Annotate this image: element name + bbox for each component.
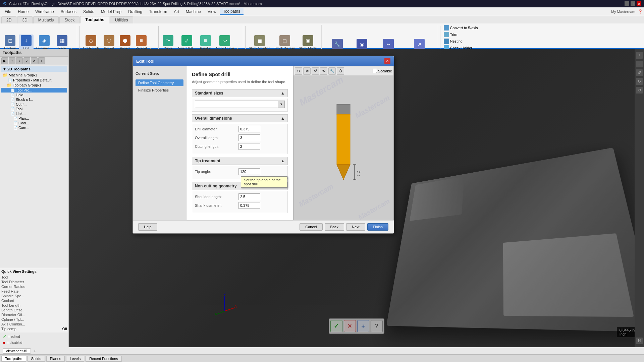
ribbon-btn-drill[interactable]: ↓ Drill	[19, 35, 34, 51]
maximize-button[interactable]: □	[631, 1, 635, 6]
2d-toolpaths-header[interactable]: ▼ 2D Toolpaths	[1, 66, 67, 72]
tree-item-stock[interactable]: 📄 Stock c f...	[1, 97, 67, 102]
viewport-3d[interactable]: Z Y X 0.8445 in Inch + − ↺ ↻ ⟲ H	[69, 49, 644, 347]
ribbon-btn-parallel[interactable]: ≡ Parallel	[134, 35, 149, 51]
ribbon-btn-project[interactable]: ⬢ Project	[118, 35, 132, 51]
tree-item-tool-pro[interactable]: 📄 Tool Pro...	[1, 88, 67, 93]
step-finalize[interactable]: Finalize Properties	[136, 87, 183, 94]
shoulder-length-input[interactable]	[238, 193, 260, 200]
tab-toolpaths-main[interactable]: Toolpaths	[80, 16, 109, 23]
tree-item-cam[interactable]: 📄 Cam...	[1, 125, 67, 130]
close-button[interactable]: ✕	[637, 1, 641, 6]
menu-home[interactable]: Home	[14, 9, 32, 15]
menu-art[interactable]: Art	[170, 9, 182, 15]
tab-multiaxis[interactable]: Multiaxis	[33, 16, 59, 23]
parallel-multi-icon: ≡	[200, 35, 211, 46]
menu-transform[interactable]: Transform	[146, 9, 170, 15]
menu-view[interactable]: View	[204, 9, 220, 15]
toolbar-btn-4[interactable]: ✓	[23, 57, 30, 64]
help-button[interactable]: Help	[138, 223, 157, 231]
main-layout: Toolpaths ▶ ↑ ↓ ✓ ✕ + ▼ 2D Toolpaths 📁 M…	[0, 49, 644, 347]
tab-3d[interactable]: 3D	[17, 16, 32, 23]
shank-diameter-input[interactable]	[238, 202, 260, 209]
ribbon-btn-stock-display[interactable]: ◻ Stock Display	[273, 35, 296, 51]
tab-recent[interactable]: Recent Functions	[86, 356, 122, 362]
tab-solids[interactable]: Solids	[28, 356, 45, 362]
ribbon-btn-stock-model[interactable]: ▣ Stock Model	[298, 35, 319, 51]
menu-solids[interactable]: Solids	[80, 9, 98, 15]
toolbar-btn-1[interactable]: ▶	[1, 57, 8, 64]
ribbon-btn-dynamic[interactable]: ◈ Dynamic...	[35, 35, 53, 51]
cutting-length-input[interactable]	[238, 143, 260, 150]
toolbar-btn-2[interactable]: ↑	[9, 57, 15, 64]
back-button[interactable]: Back	[325, 223, 344, 231]
viewsheet-tab[interactable]: Viewsheet #1	[3, 348, 31, 354]
standard-sizes-header[interactable]: Standard sizes ▲	[192, 89, 288, 97]
my-mastercam-link[interactable]: My Mastercam	[611, 10, 635, 14]
help-icon[interactable]: ❓	[638, 9, 643, 14]
tree-item-machine[interactable]: 📁 Machine Group-1	[1, 72, 67, 78]
toolbar-btn-5[interactable]: ✕	[31, 57, 38, 64]
tip-treatment-header[interactable]: Tip treatment ▲	[192, 157, 288, 165]
ribbon-btn-trim[interactable]: Trim	[442, 32, 479, 38]
ribbon-btn-stock-shading[interactable]: ◼ Stock Shading	[248, 35, 272, 51]
step-define-geometry[interactable]: Define Tool Geometry	[136, 79, 183, 86]
ribbon-btn-face[interactable]: ▦ Face	[55, 35, 69, 51]
menu-modelprep[interactable]: Model Prep	[98, 9, 125, 15]
tree-item-cut[interactable]: 📄 Cut f...	[1, 102, 67, 107]
tip-angle-input[interactable]	[238, 168, 260, 175]
scalable-checkbox[interactable]	[373, 69, 377, 73]
preview-btn-1[interactable]: ⊙	[295, 67, 302, 75]
ribbon-btn-nesting[interactable]: Nesting	[442, 38, 479, 44]
menu-file[interactable]: File	[1, 9, 14, 15]
menu-surfaces[interactable]: Surfaces	[57, 9, 80, 15]
tree-item-tool2[interactable]: 📄 Tool...	[1, 107, 67, 111]
overall-dimensions-header[interactable]: Overall dimensions ▲	[192, 114, 288, 122]
ribbon-btn-optirough[interactable]: ◇ OptiRough	[82, 35, 100, 51]
preview-btn-5[interactable]: 🔧	[328, 67, 336, 75]
preview-btn-3[interactable]: ↺	[312, 67, 319, 75]
overall-length-input[interactable]	[238, 134, 260, 141]
standard-sizes-dropdown-btn[interactable]: ▼	[278, 101, 285, 108]
cancel-button[interactable]: Cancel	[300, 223, 322, 231]
tab-utilities[interactable]: Utilities	[110, 16, 133, 23]
ribbon-btn-swarf[interactable]: ⤢ Swarf Mill...	[177, 35, 197, 51]
tab-2d[interactable]: 2D	[1, 16, 16, 23]
ribbon-btn-along-curve[interactable]: ⤻ Along Curve	[214, 35, 235, 51]
finish-button[interactable]: Finish	[367, 223, 388, 231]
minimize-button[interactable]: ─	[625, 1, 629, 6]
tree-item-plan[interactable]: 📄 Plan...	[1, 116, 67, 121]
standard-sizes-input[interactable]	[195, 101, 278, 108]
toolbar-btn-3[interactable]: ↓	[16, 57, 23, 64]
menu-machine[interactable]: Machine	[182, 9, 204, 15]
tree-item-cool[interactable]: 📄 Cool...	[1, 121, 67, 125]
preview-btn-4[interactable]: ⟲	[320, 67, 327, 75]
ribbon-btn-pocket[interactable]: ⬡ Pocket	[102, 35, 116, 51]
ribbon-btn-parallel-multi[interactable]: ≡ Parallel	[198, 35, 213, 51]
tree-item-properties[interactable]: 📄 Properties - Mill Default	[1, 78, 67, 82]
tree-item-hold[interactable]: 📄 Hold...	[1, 93, 67, 97]
menu-drafting[interactable]: Drafting	[125, 9, 146, 15]
drill-diameter-input[interactable]	[238, 126, 260, 132]
ribbon-btn-5axis[interactable]: Convert to 5-axis	[442, 25, 479, 31]
menu-toolpaths[interactable]: Toolpaths	[220, 8, 244, 15]
preview-btn-2[interactable]: ⊠	[303, 67, 311, 75]
viewsheet-add[interactable]: +	[34, 348, 36, 354]
menu-wireframe[interactable]: Wireframe	[32, 9, 57, 15]
dialog-close-button[interactable]: ✕	[384, 58, 390, 64]
tab-levels[interactable]: Levels	[66, 356, 84, 362]
tree-item-link[interactable]: 📄 Link...	[1, 111, 67, 116]
dialog-title: Edit Tool	[136, 59, 155, 64]
drill-diameter-row: Drill diameter:	[195, 126, 285, 132]
non-cutting-header[interactable]: Non-cutting geometry ▲	[192, 182, 288, 190]
next-button[interactable]: Next	[346, 223, 365, 231]
preview-btn-6[interactable]: ⬡	[337, 67, 344, 75]
curve-icon: 〜	[163, 35, 173, 46]
tree-item-toolpath-group[interactable]: 📁 Toolpath Group-1	[1, 82, 67, 88]
tab-planes[interactable]: Planes	[46, 356, 65, 362]
ribbon-btn-contour[interactable]: ⊡ Contour	[3, 35, 17, 51]
ribbon-btn-curve[interactable]: 〜 Curve	[161, 35, 175, 51]
tab-stock[interactable]: Stock	[59, 16, 79, 23]
toolbar-btn-6[interactable]: +	[38, 57, 45, 64]
tab-toolpaths[interactable]: Toolpaths	[1, 356, 26, 362]
